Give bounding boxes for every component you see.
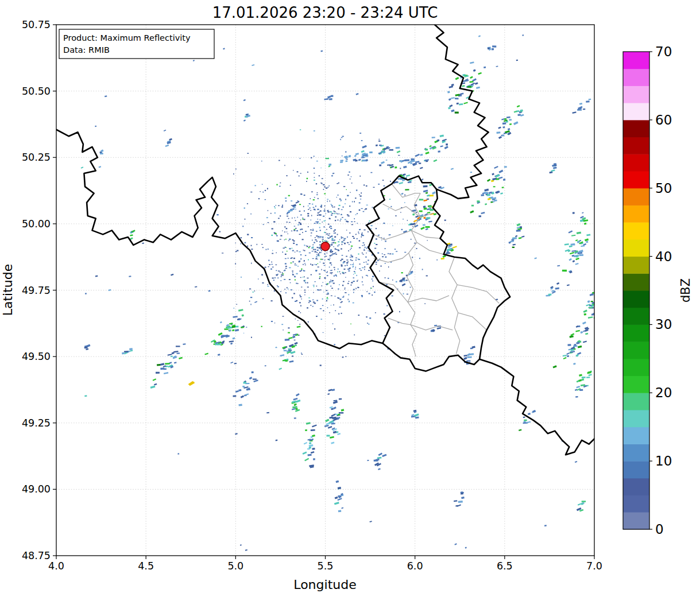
radar-map-canvas: 17.01.2026 23:20 - 23:24 UTC 4.04.55.05.…	[0, 0, 700, 597]
x-tick-label: 7.0	[586, 560, 602, 572]
colorbar-label: dBZ	[679, 278, 693, 303]
info-box-product-line: Product: Maximum Reflectivity	[63, 33, 191, 42]
x-tick-label: 4.5	[138, 560, 154, 572]
colorbar-tick-label: 50	[655, 181, 672, 196]
colorbar-tick-label: 60	[655, 113, 672, 127]
y-tick-label: 50.00	[22, 218, 51, 230]
y-axis: 48.7549.0049.2549.5049.7550.0050.2550.50…	[22, 19, 56, 561]
y-tick-label: 49.75	[22, 285, 51, 296]
x-tick-label: 5.5	[318, 560, 334, 572]
y-tick-label: 50.25	[22, 152, 51, 163]
colorbar: 010203040506070	[623, 44, 672, 537]
y-tick-label: 49.00	[22, 483, 51, 495]
x-axis: 4.04.55.05.56.06.57.0	[48, 556, 602, 572]
y-tick-label: 50.50	[22, 86, 51, 97]
y-tick-label: 49.50	[22, 351, 51, 362]
colorbar-tick-label: 0	[655, 522, 664, 537]
y-tick-label: 48.75	[22, 550, 51, 561]
info-box-data-line: Data: RMIB	[63, 45, 110, 55]
x-tick-label: 5.0	[227, 560, 243, 572]
colorbar-tick-label: 70	[655, 44, 672, 59]
radar-site-marker	[321, 242, 330, 251]
chart-title: 17.01.2026 23:20 - 23:24 UTC	[212, 4, 438, 21]
colorbar-tick-label: 40	[655, 249, 672, 264]
colorbar-tick-label: 30	[655, 317, 672, 332]
y-axis-label: Latitude	[1, 264, 15, 316]
y-tick-label: 49.25	[22, 417, 51, 429]
x-tick-label: 6.5	[497, 560, 513, 572]
grid-lines	[56, 25, 594, 556]
x-axis-label: Longitude	[293, 577, 356, 592]
figure: 17.01.2026 23:20 - 23:24 UTC 4.04.55.05.…	[0, 0, 700, 597]
colorbar-tick-label: 10	[655, 453, 672, 468]
x-tick-label: 4.0	[48, 560, 64, 572]
y-tick-label: 50.75	[22, 19, 51, 30]
radar-site-dot	[321, 242, 330, 251]
x-tick-label: 6.0	[407, 560, 423, 572]
radar-echoes	[81, 34, 601, 551]
colorbar-tick-label: 20	[655, 385, 672, 400]
